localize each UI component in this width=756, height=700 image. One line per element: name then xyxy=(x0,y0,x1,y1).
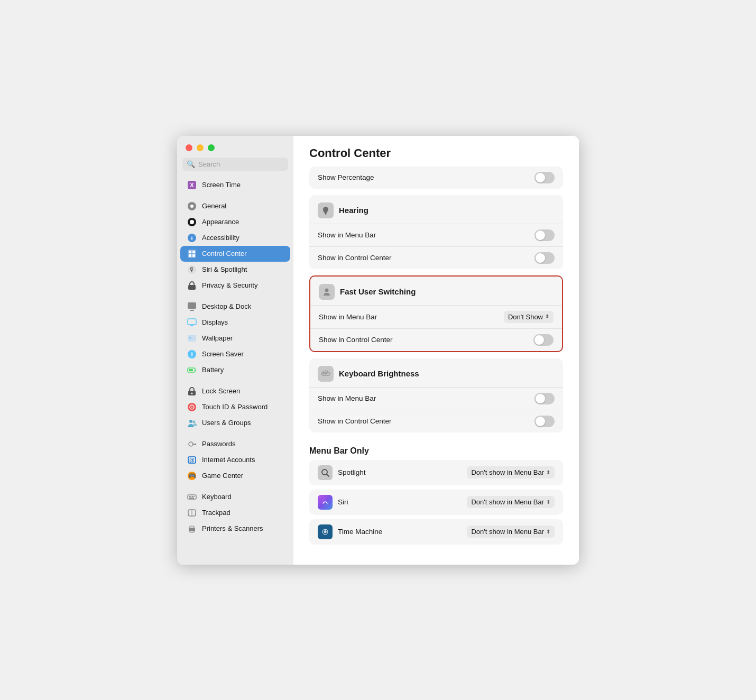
sidebar-item-passwords[interactable]: Passwords xyxy=(180,436,290,452)
svg-text:@: @ xyxy=(189,457,195,463)
sidebar-item-screen-time[interactable]: X Screen Time xyxy=(180,177,290,193)
show-percentage-toggle[interactable] xyxy=(534,172,555,183)
sidebar-item-printers[interactable]: Printers & Scanners xyxy=(180,521,290,537)
svg-rect-18 xyxy=(188,319,196,325)
spotlight-icon xyxy=(318,465,333,480)
sidebar-item-battery[interactable]: Battery xyxy=(180,362,290,378)
search-icon: 🔍 xyxy=(187,160,195,168)
displays-icon xyxy=(187,317,197,328)
time-machine-dropdown-value: Don't show in Menu Bar xyxy=(471,528,544,536)
page-title: Control Center xyxy=(293,136,579,167)
keyboard-brightness-control-center-toggle[interactable] xyxy=(534,416,555,427)
sidebar-item-desktop-dock[interactable]: Desktop & Dock xyxy=(180,299,290,315)
hearing-icon xyxy=(318,202,334,218)
svg-text:i: i xyxy=(191,235,192,241)
time-machine-row: Time Machine Don't show in Menu Bar ⬍ xyxy=(309,519,563,545)
svg-point-52 xyxy=(325,288,329,292)
sidebar-item-users[interactable]: Users & Groups xyxy=(180,415,290,431)
sidebar-item-touchid[interactable]: Touch ID & Password xyxy=(180,399,290,415)
hearing-title: Hearing xyxy=(339,206,368,215)
search-input[interactable] xyxy=(198,160,284,168)
hearing-control-center-toggle[interactable] xyxy=(534,252,555,264)
search-box[interactable]: 🔍 xyxy=(182,158,288,171)
gamecenter-icon: 🎮 xyxy=(187,471,197,481)
sidebar-item-gamecenter[interactable]: 🎮 Game Center xyxy=(180,468,290,484)
svg-rect-17 xyxy=(190,310,194,311)
sidebar-item-label: Trackpad xyxy=(202,509,231,517)
hearing-menu-bar-toggle[interactable] xyxy=(534,229,555,241)
siri-label: Siri xyxy=(338,498,348,506)
fast-user-switching-menu-bar-dropdown[interactable]: Don't Show ⬍ xyxy=(504,311,554,323)
close-button[interactable] xyxy=(186,144,192,151)
sidebar-item-screensaver[interactable]: Screen Saver xyxy=(180,346,290,362)
keyboard-icon xyxy=(187,492,197,502)
sidebar-item-accessibility[interactable]: i Accessibility xyxy=(180,230,290,246)
show-percentage-row: Show Percentage xyxy=(309,167,563,189)
svg-rect-24 xyxy=(195,370,196,371)
sidebar-item-internet[interactable]: @ Internet Accounts xyxy=(180,452,290,468)
main-content: Control Center Show Percentage Hearing S… xyxy=(293,136,579,565)
fast-user-switching-menu-bar-label: Show in Menu Bar xyxy=(319,313,377,321)
maximize-button[interactable] xyxy=(208,144,215,151)
sidebar-item-wallpaper[interactable]: Wallpaper xyxy=(180,330,290,346)
sidebar-item-siri-spotlight[interactable]: 🎙 Siri & Spotlight xyxy=(180,262,290,278)
sidebar-item-label: Users & Groups xyxy=(202,419,251,427)
siri-dropdown-value: Don't show in Menu Bar xyxy=(471,498,544,506)
internet-icon: @ xyxy=(187,455,197,465)
minimize-button[interactable] xyxy=(197,144,204,151)
fast-user-switching-control-center-toggle[interactable] xyxy=(533,334,554,346)
time-machine-label: Time Machine xyxy=(338,528,382,536)
fast-user-switching-control-center-label: Show in Control Center xyxy=(319,336,393,344)
svg-point-32 xyxy=(193,420,196,423)
lockscreen-icon xyxy=(187,386,197,397)
siri-row: Siri Don't show in Menu Bar ⬍ xyxy=(309,490,563,515)
hearing-menu-bar-label: Show in Menu Bar xyxy=(318,231,376,239)
spotlight-label: Spotlight xyxy=(338,468,366,476)
svg-rect-55 xyxy=(325,373,326,374)
sidebar-item-trackpad[interactable]: Trackpad xyxy=(180,505,290,521)
sidebar-item-appearance[interactable]: Appearance xyxy=(180,214,290,230)
time-machine-dropdown[interactable]: Don't show in Menu Bar ⬍ xyxy=(467,526,555,538)
sidebar-item-keyboard[interactable]: Keyboard xyxy=(180,489,290,505)
svg-line-58 xyxy=(324,371,324,372)
sidebar-item-label: Lock Screen xyxy=(202,387,240,395)
keyboard-brightness-control-center-label: Show in Control Center xyxy=(318,417,392,425)
svg-rect-19 xyxy=(190,325,193,326)
sidebar-item-lockscreen[interactable]: Lock Screen xyxy=(180,383,290,399)
svg-rect-9 xyxy=(189,251,191,253)
privacy-icon xyxy=(187,280,197,291)
sidebar-item-label: Appearance xyxy=(202,218,239,226)
window-controls xyxy=(177,136,293,158)
svg-rect-43 xyxy=(192,496,193,497)
spotlight-dropdown[interactable]: Don't show in Menu Bar ⬍ xyxy=(467,466,555,478)
svg-rect-49 xyxy=(190,526,194,528)
sidebar-item-label: Touch ID & Password xyxy=(202,403,268,411)
keyboard-brightness-icon xyxy=(318,366,334,382)
screen-time-icon: X xyxy=(187,180,197,190)
sidebar-item-privacy[interactable]: Privacy & Security xyxy=(180,278,290,293)
sidebar-item-label: Game Center xyxy=(202,472,243,480)
hearing-menu-bar-row: Show in Menu Bar xyxy=(309,224,563,246)
svg-rect-11 xyxy=(189,254,191,257)
svg-point-27 xyxy=(191,392,193,394)
time-machine-left: Time Machine xyxy=(318,524,382,539)
sidebar-item-control-center[interactable]: Control Center xyxy=(180,246,290,262)
sidebar-item-general[interactable]: General xyxy=(180,198,290,214)
svg-rect-54 xyxy=(323,373,324,374)
svg-line-61 xyxy=(327,474,329,476)
screensaver-icon xyxy=(187,349,197,360)
sidebar-item-displays[interactable]: Displays xyxy=(180,315,290,330)
svg-rect-56 xyxy=(326,373,327,374)
keyboard-brightness-section: Keyboard Brightness Show in Menu Bar Sho… xyxy=(309,358,563,432)
chevron-updown-icon: ⬍ xyxy=(545,314,549,319)
keyboard-brightness-menu-bar-toggle[interactable] xyxy=(534,393,555,404)
sidebar-item-label: Privacy & Security xyxy=(202,281,257,289)
keyboard-brightness-menu-bar-row: Show in Menu Bar xyxy=(309,387,563,410)
hearing-control-center-row: Show in Control Center xyxy=(309,246,563,269)
wallpaper-icon xyxy=(187,333,197,344)
siri-dropdown[interactable]: Don't show in Menu Bar ⬍ xyxy=(467,496,555,508)
svg-rect-41 xyxy=(189,496,190,497)
content-area: Show Percentage Hearing Show in Menu Bar… xyxy=(293,167,579,565)
svg-rect-12 xyxy=(192,254,195,257)
battery-icon xyxy=(187,365,197,375)
